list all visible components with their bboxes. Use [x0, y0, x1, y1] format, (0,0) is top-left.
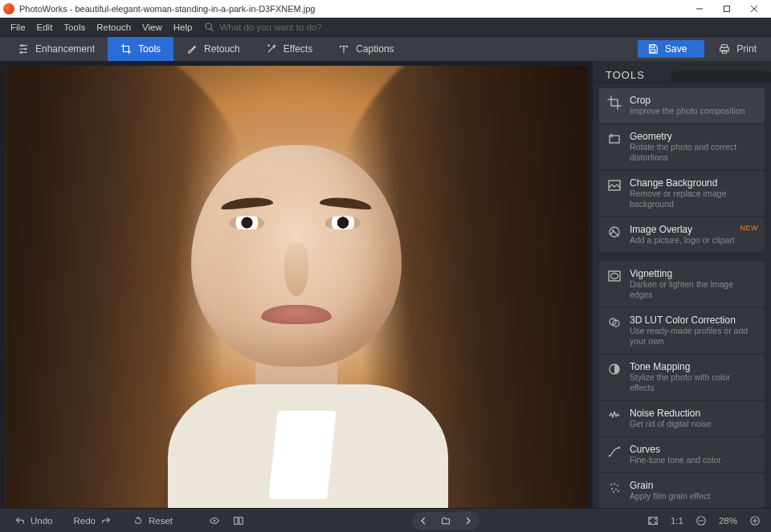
save-button[interactable]: Save	[638, 40, 704, 58]
prev-image-button[interactable]	[412, 512, 434, 530]
zoom-out-button[interactable]	[691, 512, 711, 530]
minus-icon	[696, 515, 707, 526]
menu-tools[interactable]: Tools	[58, 22, 91, 32]
tab-label: Tools	[138, 43, 161, 55]
save-label: Save	[665, 43, 687, 55]
tool-desc: Stylize the photo with color effects	[630, 372, 757, 393]
svg-rect-13	[651, 45, 654, 48]
print-button[interactable]: Print	[712, 43, 763, 55]
panel-header-decoration	[671, 61, 771, 81]
save-icon	[647, 43, 659, 55]
tool-image-overlay[interactable]: Image OverlayAdd a picture, logo or clip…	[599, 217, 765, 252]
canvas-area[interactable]	[0, 61, 593, 508]
reset-label: Reset	[149, 516, 173, 526]
tool-title: Grain	[630, 480, 710, 491]
print-label: Print	[736, 43, 757, 55]
tab-captions[interactable]: Captions	[325, 37, 406, 61]
tool-desc: Darken or lighten the image edges	[630, 279, 757, 300]
menu-retouch[interactable]: Retouch	[91, 22, 137, 32]
tool-list: CropImprove the photo composition Geomet…	[593, 82, 771, 508]
menu-file[interactable]: File	[5, 22, 31, 32]
zoom-value[interactable]: 28%	[719, 516, 737, 526]
lut-icon	[607, 315, 622, 330]
fit-icon	[647, 515, 659, 526]
tool-vignetting[interactable]: VignettingDarken or lighten the image ed…	[599, 262, 765, 307]
undo-button[interactable]: Undo	[6, 513, 61, 529]
plus-icon	[749, 515, 761, 526]
svg-point-27	[609, 455, 611, 457]
tools-panel: TOOLS CropImprove the photo composition …	[593, 61, 771, 508]
tool-title: Image Overlay	[630, 224, 735, 235]
svg-point-31	[617, 485, 618, 486]
print-icon	[719, 43, 730, 55]
fit-screen-button[interactable]	[643, 512, 663, 530]
redo-label: Redo	[74, 516, 96, 526]
menu-edit[interactable]: Edit	[31, 22, 59, 32]
chevron-right-icon	[464, 517, 472, 525]
compare-button[interactable]	[229, 512, 248, 530]
reset-button[interactable]: Reset	[124, 513, 181, 529]
tool-tone-mapping[interactable]: Tone MappingStylize the photo with color…	[599, 355, 765, 400]
redo-button[interactable]: Redo	[66, 513, 120, 529]
panel-header: TOOLS	[593, 61, 771, 82]
window-minimize-button[interactable]	[686, 0, 713, 18]
zoom-in-button[interactable]	[745, 512, 765, 530]
tool-desc: Remove or replace image background	[630, 189, 757, 209]
svg-point-29	[610, 484, 612, 485]
svg-point-11	[20, 51, 22, 54]
tabbar: Enhancement Tools Retouch Effects Captio…	[0, 37, 771, 61]
browse-folder-button[interactable]	[434, 512, 457, 530]
menubar: File Edit Tools Retouch View Help	[0, 18, 771, 37]
noise-icon	[607, 408, 622, 423]
tool-desc: Use ready-made profiles or add your own	[630, 326, 757, 347]
tool-grain[interactable]: GrainApply film grain effect	[599, 473, 765, 508]
search-icon	[204, 22, 214, 32]
brush-icon	[186, 43, 198, 55]
tool-title: Noise Reduction	[630, 408, 712, 419]
svg-line-12	[268, 47, 274, 52]
svg-point-9	[21, 44, 23, 47]
next-image-button[interactable]	[457, 512, 479, 530]
tool-change-background[interactable]: Change BackgroundRemove or replace image…	[599, 171, 765, 216]
svg-point-34	[613, 491, 614, 493]
tab-effects[interactable]: Effects	[253, 37, 325, 61]
tool-curves[interactable]: CurvesFine-tune tone and color	[599, 437, 765, 472]
tab-label: Captions	[356, 43, 394, 55]
eye-icon	[209, 515, 220, 526]
text-icon	[338, 43, 349, 55]
background-icon	[607, 178, 622, 193]
tool-geometry[interactable]: GeometryRotate the photo and correct dis…	[599, 124, 765, 169]
tool-noise-reduction[interactable]: Noise ReductionGet rid of digital noise	[599, 401, 765, 436]
tool-title: Change Background	[630, 177, 757, 189]
window-close-button[interactable]	[740, 0, 768, 18]
menu-view[interactable]: View	[137, 22, 168, 32]
menu-help[interactable]: Help	[168, 22, 198, 32]
preview-toggle-button[interactable]	[205, 512, 224, 530]
search-input[interactable]	[219, 22, 348, 32]
tool-3d-lut[interactable]: 3D LUT Color CorrectionUse ready-made pr…	[599, 308, 765, 353]
window-maximize-button[interactable]	[713, 0, 740, 18]
folder-icon	[441, 516, 451, 526]
redo-icon	[100, 515, 112, 526]
chevron-left-icon	[419, 517, 427, 525]
tool-title: Geometry	[630, 131, 757, 142]
svg-rect-14	[651, 50, 655, 53]
crop-icon	[120, 43, 132, 55]
tool-crop[interactable]: CropImprove the photo composition	[599, 88, 765, 123]
tab-enhancement[interactable]: Enhancement	[5, 37, 108, 61]
photo-preview	[5, 66, 588, 508]
tab-retouch[interactable]: Retouch	[173, 37, 253, 61]
svg-rect-17	[723, 51, 727, 54]
tool-title: Vignetting	[630, 268, 757, 279]
crop-icon	[607, 95, 622, 110]
title-separator: -	[67, 4, 75, 14]
wand-icon	[266, 43, 277, 55]
tool-desc: Add a picture, logo or clipart	[630, 235, 735, 246]
geometry-icon	[607, 132, 622, 146]
tab-tools[interactable]: Tools	[108, 37, 173, 61]
tonemap-icon	[607, 362, 622, 376]
tool-title: Tone Mapping	[630, 361, 757, 372]
zoom-ratio[interactable]: 1:1	[671, 516, 683, 526]
svg-rect-37	[235, 517, 238, 524]
svg-point-32	[611, 488, 613, 489]
